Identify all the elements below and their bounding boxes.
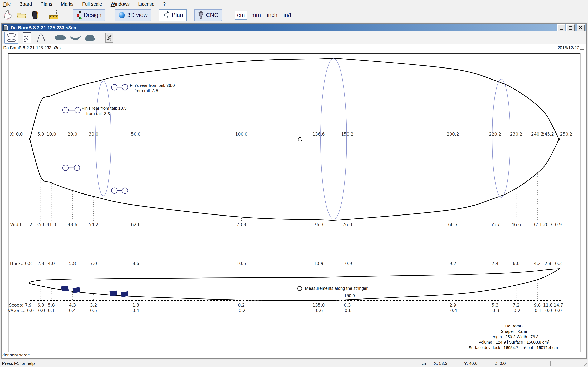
slice-ellipse-button[interactable] [53, 32, 67, 43]
fin-label-line: Fin's rear from tail: 13.3 [82, 106, 127, 111]
document-filename: Da BomB 8 2 31 125 233.s3dx [3, 45, 62, 50]
view-toolbar [2, 31, 586, 44]
slice-dome-icon [84, 34, 95, 42]
slice-ellipse-icon [54, 34, 67, 41]
book-icon[interactable] [29, 9, 40, 21]
menu-file[interactable]: File [3, 1, 11, 7]
menu-license[interactable]: License [138, 1, 154, 7]
export-x-icon [105, 33, 113, 43]
cnc-button[interactable]: CNC [194, 9, 222, 21]
info-length-width: Length : 250.2 Width : 76.3 [467, 334, 561, 339]
plan-button-label: Plan [172, 12, 183, 18]
status-z-coordinate: Z: 0.0 [493, 361, 520, 366]
drawing-area [2, 44, 586, 358]
menu-board[interactable]: Board [19, 1, 32, 7]
maximize-icon [569, 26, 572, 30]
info-board-name: Da BomB [467, 324, 561, 328]
menu-marks[interactable]: Marks [61, 1, 74, 7]
document-date: 2015/12/27 [558, 45, 584, 50]
ruler-icon[interactable] [49, 9, 59, 21]
status-empty-cell [522, 361, 548, 366]
design-button-label: Design [84, 12, 102, 18]
plan-button[interactable]: Plan [159, 9, 187, 21]
outline-view-icon [6, 33, 17, 43]
status-y-coordinate: Y: 40.0 [462, 361, 491, 366]
fin-label-rear: Fin's rear from tail: 13.3 from rail: 8.… [82, 106, 127, 116]
maximize-button[interactable] [566, 25, 575, 31]
owner-name: dennery serge [2, 352, 30, 358]
minimize-icon [560, 29, 563, 30]
export-x-button[interactable] [104, 32, 114, 43]
slice-concave-button[interactable] [68, 32, 82, 43]
fin-label-line: from rail: 3.8 [134, 88, 175, 93]
info-dev-surface: Surface dev deck : 16954.7 cm² bot : 160… [467, 345, 561, 350]
application-window: File Board Plans Marks Full scale Window… [0, 0, 588, 367]
status-x-coordinate: X: 58.3 [432, 361, 460, 366]
cnc-button-label: CNC [206, 12, 218, 18]
cnc-drill-icon [198, 11, 204, 20]
status-unit: cm [420, 361, 430, 366]
3d-view-button[interactable]: 3D view [114, 9, 151, 21]
fin-label-line: from rail: 8.3 [86, 111, 127, 116]
menu-plans[interactable]: Plans [40, 1, 52, 7]
menu-full-scale[interactable]: Full scale [82, 1, 102, 7]
child-title-bar[interactable]: Da BomB 8 2 31 125 233.s3dx ✕ [2, 24, 586, 31]
design-button[interactable]: Design [73, 9, 105, 21]
date-text: 2015/12/27 [558, 45, 579, 50]
outline-view-button[interactable] [4, 32, 18, 44]
pointer-hand-icon[interactable] [2, 9, 13, 21]
status-bar: Press F1 for help cm X: 58.3 Y: 40.0 Z: … [0, 360, 588, 367]
slice-dome-button[interactable] [83, 32, 96, 43]
stringer-measurement-note: Measurements along the stringer [305, 286, 368, 291]
fin-label-line: Fin's rear from tail: 36.0 [130, 83, 175, 88]
close-icon: ✕ [579, 25, 582, 30]
sphere-icon [118, 12, 125, 18]
unit-cm[interactable]: cm [234, 11, 247, 20]
info-volume-surface: Volume : 124.9 l Surface : 15608.8 cm² [467, 340, 561, 345]
resize-grip[interactable] [582, 361, 587, 366]
status-help-text: Press F1 for help [2, 361, 35, 366]
status-empty-cell [550, 361, 580, 366]
mdi-area: Da BomB 8 2 31 125 233.s3dx ✕ [1, 23, 587, 359]
info-shaper: Shaper : Kami [467, 329, 561, 334]
plan-doc-icon [162, 11, 170, 19]
fin-label-front: Fin's rear from tail: 36.0 from rail: 3.… [130, 83, 175, 93]
unit-inf[interactable]: in/f [282, 11, 293, 19]
board-info-box: Da BomB Shaper : Kami Length : 250.2 Wid… [467, 323, 561, 351]
3d-view-button-label: 3D view [127, 12, 148, 18]
menu-bar: File Board Plans Marks Full scale Window… [0, 0, 588, 8]
dimensions-sheet-icon [22, 32, 31, 43]
slice-concave-icon [69, 34, 82, 41]
stringer-center-value: 150.0 [339, 293, 360, 298]
window-title: Da BomB 8 2 31 125 233.s3dx [11, 25, 556, 31]
unit-mm[interactable]: mm [249, 11, 263, 19]
menu-windows[interactable]: Windows [111, 1, 130, 7]
close-button[interactable]: ✕ [577, 25, 585, 31]
profile-curve-button[interactable] [35, 32, 47, 43]
tool-bar: Design 3D view Plan [0, 8, 588, 22]
document-icon [3, 25, 9, 31]
design-icon [76, 11, 82, 19]
minimize-button[interactable] [557, 25, 565, 31]
board-document-window: Da BomB 8 2 31 125 233.s3dx ✕ [2, 24, 586, 359]
date-checkbox[interactable] [580, 46, 584, 50]
status-cells: cm X: 58.3 Y: 40.0 Z: 0.0 [420, 361, 580, 366]
dimensions-sheet-button[interactable] [22, 32, 32, 43]
open-folder-icon[interactable] [16, 9, 26, 21]
profile-curve-icon [36, 33, 46, 43]
unit-inch[interactable]: inch [265, 11, 279, 19]
menu-help[interactable]: ? [163, 1, 165, 7]
